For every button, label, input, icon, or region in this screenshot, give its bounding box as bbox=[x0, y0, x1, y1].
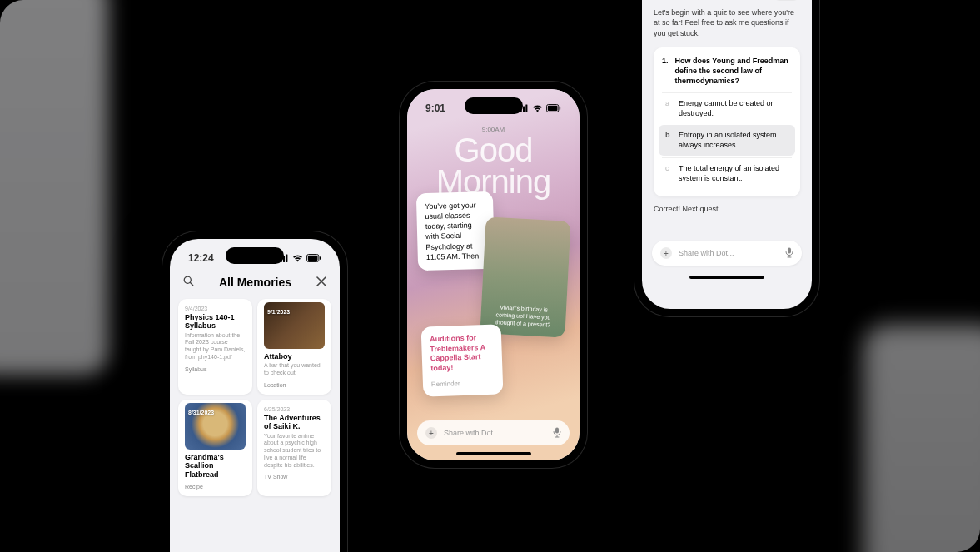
svg-rect-21 bbox=[788, 247, 791, 253]
quiz-option-a[interactable]: a Energy cannot be created or destroyed. bbox=[662, 92, 792, 123]
phone-good-morning: 9:01 9:00AM Good Morning You've got your… bbox=[400, 82, 587, 468]
option-letter: b bbox=[665, 130, 672, 150]
question-text: How does Young and Freedman define the s… bbox=[675, 56, 792, 86]
dynamic-island bbox=[226, 247, 284, 264]
memory-title: Grandma's Scallion Flatbread bbox=[185, 453, 246, 479]
schedule-text: You've got your usual classes today, sta… bbox=[425, 201, 481, 261]
status-time: 9:01 bbox=[425, 102, 445, 114]
svg-rect-5 bbox=[308, 256, 318, 261]
plus-icon[interactable]: + bbox=[660, 247, 672, 259]
question-number: 1. bbox=[662, 56, 669, 86]
option-letter: a bbox=[665, 98, 672, 118]
microphone-icon[interactable] bbox=[553, 427, 561, 440]
reminder-title: Auditions for Treblemakers A Cappella St… bbox=[430, 333, 495, 374]
close-icon[interactable] bbox=[316, 276, 326, 289]
memory-desc: A bar that you wanted to check out bbox=[264, 362, 325, 377]
photo-card[interactable]: Vivian's birthday is coming up! Have you… bbox=[480, 216, 570, 337]
memories-grid: 9/4/2023 Physics 140-1 Syllabus Informat… bbox=[178, 299, 331, 496]
quiz-content: PHYSICS 140-1 midterm you have next Thur… bbox=[642, 0, 812, 218]
page-title: All Memories bbox=[219, 276, 291, 289]
memory-card[interactable]: 6/25/2023 The Adventures of Saiki K. You… bbox=[257, 400, 331, 496]
memory-title: The Adventures of Saiki K. bbox=[264, 414, 325, 431]
memory-tag: Recipe bbox=[185, 484, 246, 490]
memory-card[interactable]: 8/31/2023 Grandma's Scallion Flatbread R… bbox=[178, 400, 252, 496]
memory-tag: Syllabus bbox=[185, 366, 246, 372]
microphone-icon[interactable] bbox=[785, 247, 793, 260]
blurred-phone-left bbox=[0, 0, 108, 375]
blurred-phone-right bbox=[863, 325, 980, 552]
wifi-icon bbox=[532, 104, 543, 112]
memory-title: Attaboy bbox=[264, 352, 325, 361]
svg-rect-16 bbox=[548, 106, 558, 111]
svg-rect-6 bbox=[320, 256, 321, 260]
status-icons bbox=[517, 104, 561, 112]
memory-desc: Your favorite anime about a psychic high… bbox=[264, 433, 325, 470]
memory-date: 9/1/2023 bbox=[267, 309, 290, 315]
option-text: The total energy of an isolated system i… bbox=[679, 163, 788, 183]
memory-card[interactable]: 9/1/2023 Attaboy A bar that you wanted t… bbox=[257, 299, 331, 395]
svg-rect-17 bbox=[560, 107, 560, 110]
home-indicator[interactable] bbox=[456, 452, 531, 455]
user-reply-bubble: yep bbox=[773, 0, 800, 1]
input-placeholder: Share with Dot... bbox=[679, 249, 734, 257]
quiz-intro-text: Let's begin with a quiz to see where you… bbox=[654, 7, 800, 39]
option-text: Entropy in an isolated system always inc… bbox=[679, 130, 788, 150]
phone-memories: 12:24 All Memories 9/4/2023 Physics 140-… bbox=[162, 231, 347, 552]
memory-date: 9/4/2023 bbox=[185, 306, 246, 311]
memory-card[interactable]: 9/4/2023 Physics 140-1 Syllabus Informat… bbox=[178, 299, 252, 395]
quiz-question: 1. How does Young and Freedman define th… bbox=[662, 56, 792, 86]
option-letter: c bbox=[665, 163, 672, 183]
plus-icon[interactable]: + bbox=[425, 427, 437, 439]
memory-date: 6/25/2023 bbox=[264, 406, 325, 412]
schedule-card[interactable]: You've got your usual classes today, sta… bbox=[416, 191, 495, 271]
battery-icon bbox=[306, 254, 321, 262]
memory-tag: Location bbox=[264, 382, 325, 388]
quiz-question-box: 1. How does Young and Freedman define th… bbox=[654, 47, 800, 196]
quiz-option-b-selected[interactable]: b Entropy in an isolated system always i… bbox=[659, 125, 795, 155]
reminder-card[interactable]: Auditions for Treblemakers A Cappella St… bbox=[421, 324, 504, 396]
dynamic-island bbox=[465, 97, 523, 114]
chat-input[interactable]: + Share with Dot... bbox=[652, 241, 802, 266]
memory-tag: TV Show bbox=[264, 474, 325, 480]
svg-rect-3 bbox=[286, 254, 287, 262]
phone-quiz: PHYSICS 140-1 midterm you have next Thur… bbox=[634, 0, 819, 316]
svg-line-8 bbox=[190, 282, 192, 285]
memory-title: Physics 140-1 Syllabus bbox=[185, 313, 246, 331]
battery-icon bbox=[546, 104, 561, 112]
input-placeholder: Share with Dot... bbox=[444, 429, 500, 437]
svg-rect-13 bbox=[523, 107, 525, 113]
chat-input[interactable]: + Share with Dot... bbox=[417, 420, 570, 445]
feedback-text: Correct! Next quest bbox=[654, 205, 800, 213]
wifi-icon bbox=[292, 254, 303, 262]
greeting-line1: Good bbox=[407, 134, 580, 166]
home-indicator[interactable] bbox=[689, 276, 764, 279]
svg-rect-18 bbox=[555, 427, 559, 433]
status-time: 12:24 bbox=[188, 252, 214, 264]
memory-desc: Information about the Fall 2023 course t… bbox=[185, 332, 246, 361]
greeting-text: Good Morning bbox=[407, 134, 580, 197]
memory-date: 8/31/2023 bbox=[188, 410, 214, 415]
svg-rect-14 bbox=[525, 104, 527, 112]
search-icon[interactable] bbox=[183, 276, 194, 289]
quiz-option-c[interactable]: c The total energy of an isolated system… bbox=[662, 157, 792, 188]
option-text: Energy cannot be created or destroyed. bbox=[679, 98, 788, 118]
memories-header: All Memories bbox=[170, 276, 340, 289]
reminder-label: Reminder bbox=[431, 378, 495, 388]
